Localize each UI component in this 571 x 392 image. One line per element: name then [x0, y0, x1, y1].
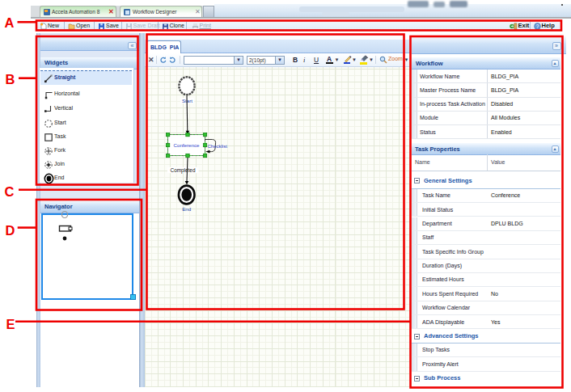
- svg-text:B: B: [6, 72, 15, 86]
- svg-text:E: E: [6, 317, 15, 331]
- svg-text:A: A: [5, 15, 15, 30]
- svg-text:C: C: [5, 184, 15, 199]
- svg-text:D: D: [6, 223, 15, 238]
